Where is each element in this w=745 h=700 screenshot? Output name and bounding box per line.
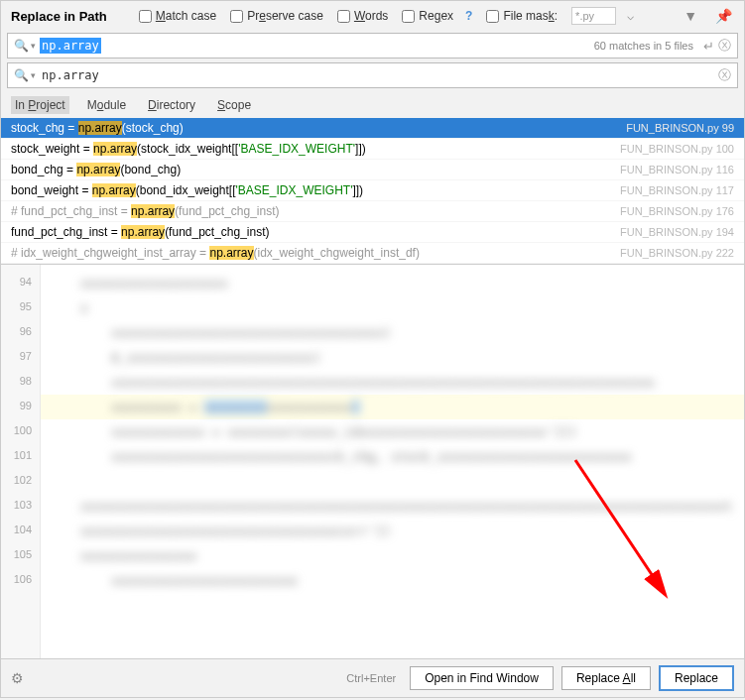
line-number: 97: [1, 345, 40, 370]
newline-icon[interactable]: ↵: [703, 39, 714, 54]
clear-search-icon[interactable]: ⓧ: [718, 37, 731, 55]
search-icon: 🔍: [14, 39, 29, 53]
line-number: 95: [1, 295, 40, 320]
line-number: 104: [1, 519, 40, 543]
match-case-checkbox[interactable]: Match case: [139, 9, 216, 23]
result-row[interactable]: bond_weight = np.array(bond_idx_weight[[…: [1, 180, 744, 201]
replace-history-icon[interactable]: ▾: [31, 70, 36, 80]
clear-replace-icon[interactable]: ⓧ: [718, 66, 731, 84]
line-number: 101: [1, 444, 40, 469]
tab-module[interactable]: Module: [83, 96, 130, 114]
search-value-selected: np.array: [40, 38, 101, 54]
pin-icon[interactable]: 📌: [713, 8, 734, 24]
result-file-info: FUN_BRINSON.py 176: [620, 205, 734, 217]
shortcut-hint: Ctrl+Enter: [346, 672, 396, 684]
file-mask-input[interactable]: [571, 7, 616, 25]
result-file-info: FUN_BRINSON.py 222: [620, 247, 734, 259]
line-number: 94: [1, 271, 40, 295]
bottom-bar: ⚙ Ctrl+Enter Open in Find Window Replace…: [1, 658, 744, 697]
settings-icon[interactable]: ⚙: [11, 670, 24, 686]
preserve-case-checkbox[interactable]: Preserve case: [230, 9, 323, 23]
line-number: 100: [1, 419, 40, 444]
file-mask-checkbox[interactable]: File mask:: [486, 9, 558, 23]
scope-tabs: In Project Module Directory Scope: [1, 90, 744, 118]
result-row[interactable]: stock_weight = np.array(stock_idx_weight…: [1, 139, 744, 160]
line-number: 103: [1, 494, 40, 519]
result-file-info: FUN_BRINSON.py 99: [626, 122, 734, 134]
result-row[interactable]: fund_pct_chg_inst = np.array(fund_pct_ch…: [1, 222, 744, 243]
result-file-info: FUN_BRINSON.py 116: [620, 164, 734, 175]
replace-value: np.array: [40, 68, 101, 82]
regex-checkbox[interactable]: Regex: [402, 9, 453, 23]
line-number: 106: [1, 568, 40, 593]
dialog-title: Replace in Path: [11, 9, 107, 24]
replace-button[interactable]: Replace: [659, 665, 734, 691]
regex-help-icon[interactable]: ?: [465, 9, 472, 23]
mask-dropdown-icon[interactable]: ⌵: [627, 9, 634, 23]
line-gutter: 949596979899100101102103104105106: [1, 265, 41, 658]
result-file-info: FUN_BRINSON.py 100: [620, 143, 734, 155]
result-row[interactable]: # fund_pct_chg_inst = np.array(fund_pct_…: [1, 201, 744, 222]
line-number: 102: [1, 469, 40, 494]
replace-input-row[interactable]: 🔍 ▾ np.array ⓧ: [7, 62, 738, 88]
result-row[interactable]: bond_chg = np.array(bond_chg)FUN_BRINSON…: [1, 160, 744, 180]
code-area: xxxxxxxxxxxxxxxxxxx x xxxxxxxxxxxxxxxxxx…: [41, 271, 744, 593]
results-list: stock_chg = np.array(stock_chg)FUN_BRINS…: [1, 118, 744, 264]
line-number: 99: [1, 395, 40, 419]
line-number: 105: [1, 543, 40, 568]
tab-in-project[interactable]: In Project: [11, 96, 69, 114]
result-file-info: FUN_BRINSON.py 117: [620, 184, 734, 196]
open-in-find-window-button[interactable]: Open in Find Window: [410, 666, 554, 690]
result-row[interactable]: # idx_weight_chgweight_inst_array = np.a…: [1, 243, 744, 264]
titlebar: Replace in Path Match case Preserve case…: [1, 1, 744, 31]
search-history-icon[interactable]: ▾: [31, 41, 36, 51]
tab-directory[interactable]: Directory: [144, 96, 199, 114]
filter-icon[interactable]: ▼: [682, 8, 699, 24]
line-number: 96: [1, 320, 40, 345]
line-number: 98: [1, 370, 40, 395]
replace-in-path-dialog: Replace in Path Match case Preserve case…: [0, 0, 745, 698]
result-file-info: FUN_BRINSON.py 194: [620, 226, 734, 238]
search-input-row[interactable]: 🔍 ▾ np.array 60 matches in 5 files ↵ ⓧ: [7, 33, 738, 58]
replace-icon: 🔍: [14, 68, 29, 82]
tab-scope[interactable]: Scope: [213, 96, 255, 114]
code-preview[interactable]: 949596979899100101102103104105106 xxxxxx…: [1, 264, 744, 658]
match-count: 60 matches in 5 files: [594, 40, 693, 52]
result-row[interactable]: stock_chg = np.array(stock_chg)FUN_BRINS…: [1, 118, 744, 139]
words-checkbox[interactable]: Words: [337, 9, 388, 23]
replace-all-button[interactable]: Replace All: [561, 666, 651, 690]
